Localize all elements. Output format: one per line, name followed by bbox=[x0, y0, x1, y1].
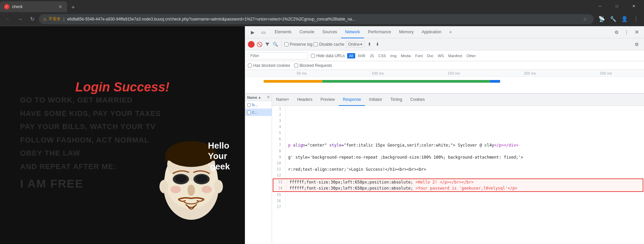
svg-point-5 bbox=[175, 175, 187, 182]
tab-application[interactable]: Application bbox=[418, 26, 445, 38]
code-line-7: 7 p align="center" style="font:italic 15… bbox=[272, 142, 644, 148]
geek-line: 'geek bbox=[208, 161, 230, 172]
resp-tab-name[interactable]: Name× bbox=[272, 94, 293, 106]
svg-point-9 bbox=[202, 186, 212, 193]
network-settings-button[interactable]: ⚙ bbox=[632, 40, 641, 49]
title-bar: ✓ check ✕ + ─ □ ✕ bbox=[0, 0, 644, 12]
preserve-log-checkbox[interactable]: Preserve log bbox=[284, 42, 312, 47]
code-line-17: 17 bbox=[272, 204, 644, 210]
password-code: >Your password is 'geekuser,l0velysql'</… bbox=[416, 186, 517, 191]
close-button[interactable]: ✕ bbox=[626, 0, 641, 12]
record-button[interactable] bbox=[248, 41, 255, 48]
minimize-button[interactable]: ─ bbox=[592, 0, 608, 12]
request-checkbox-b[interactable] bbox=[247, 103, 251, 107]
request-row-c[interactable]: c... bbox=[245, 109, 272, 116]
menu-button[interactable]: ⋮ bbox=[631, 14, 641, 25]
has-blocked-cookies-checkbox[interactable]: Has blocked cookies bbox=[248, 63, 290, 68]
device-toolbar-button[interactable]: ▭ bbox=[259, 28, 268, 37]
throttling-dropdown[interactable]: Online ▾ bbox=[346, 41, 365, 48]
code-line-5: 5 bbox=[272, 130, 644, 136]
code-line-3: 3 bbox=[272, 118, 644, 124]
request-checkbox-c[interactable] bbox=[247, 111, 251, 114]
hide-data-urls-checkbox[interactable]: Hide data URLs bbox=[311, 53, 345, 58]
extensions-button[interactable]: 🔧 bbox=[608, 14, 619, 25]
search-button[interactable]: 🔍 bbox=[272, 41, 279, 48]
tab-console[interactable]: Console bbox=[296, 26, 318, 38]
webpage: GO TO WORK, GET MARRIED HAVE SOME KIDS, … bbox=[0, 26, 245, 244]
dt-settings-right: ⚙ bbox=[632, 40, 641, 49]
tab-more[interactable]: » bbox=[445, 26, 456, 38]
tab-elements[interactable]: Elements bbox=[271, 26, 296, 38]
import-har-button[interactable]: ⬆ bbox=[366, 41, 373, 48]
filter-font[interactable]: Font bbox=[413, 53, 425, 58]
window-controls: ─ □ ✕ bbox=[590, 0, 644, 12]
forward-button[interactable]: → bbox=[15, 14, 25, 25]
svg-point-13 bbox=[214, 180, 223, 193]
filter-media[interactable]: Media bbox=[399, 53, 413, 58]
tab-title: check bbox=[12, 4, 56, 9]
devtools-settings-button[interactable]: ⚙ bbox=[612, 28, 621, 37]
resp-tab-headers[interactable]: Headers bbox=[293, 94, 316, 106]
hello-code: >Hello 2! </p></br></br> bbox=[416, 180, 474, 185]
code-line-8: 8 bbox=[272, 148, 644, 154]
resp-tab-preview[interactable]: Preview bbox=[316, 94, 339, 106]
filter-other[interactable]: Other bbox=[465, 53, 478, 58]
code-line-2: 2 bbox=[272, 112, 644, 118]
cast-button[interactable]: 📡 bbox=[596, 14, 607, 25]
name-column-header: Name ▲ ✕ bbox=[245, 94, 272, 101]
address-field[interactable]: ⚠ 不安全 | e6dfa65b-5548-447e-a930-94ffa915… bbox=[39, 14, 594, 24]
devtools-tabs: Elements Console Sources Network Perform… bbox=[271, 26, 612, 38]
filter-all[interactable]: All bbox=[347, 53, 355, 58]
reload-button[interactable]: ↻ bbox=[27, 14, 38, 25]
resp-tab-cookies[interactable]: Cookies bbox=[406, 94, 429, 106]
back-button[interactable]: ← bbox=[3, 14, 13, 25]
bookmark-button[interactable]: ☆ bbox=[580, 14, 590, 24]
address-bar: ← → ↻ ⚠ 不安全 | e6dfa65b-5548-447e-a930-94… bbox=[0, 12, 644, 26]
filter-doc[interactable]: Doc bbox=[425, 53, 436, 58]
resp-tab-response[interactable]: Response bbox=[339, 94, 365, 106]
filter-svg bbox=[265, 42, 270, 47]
tab-performance[interactable]: Performance bbox=[364, 26, 395, 38]
devtools-more-button[interactable]: ⋮ bbox=[622, 28, 631, 37]
filter-input[interactable] bbox=[248, 52, 308, 59]
main-area: GO TO WORK, GET MARRIED HAVE SOME KIDS, … bbox=[0, 26, 644, 244]
filter-icon[interactable] bbox=[264, 41, 271, 48]
inspect-element-button[interactable]: ▶ bbox=[248, 28, 257, 37]
tab-sources[interactable]: Sources bbox=[318, 26, 341, 38]
filter-img[interactable]: Img bbox=[388, 53, 398, 58]
tab-memory[interactable]: Memory bbox=[395, 26, 418, 38]
url-text: e6dfa65b-5548-447e-a930-94ffa915e7a3.nod… bbox=[67, 17, 578, 22]
export-har-button[interactable]: ⬇ bbox=[374, 41, 381, 48]
tab-network[interactable]: Network bbox=[341, 26, 364, 38]
tab-close-button[interactable]: ✕ bbox=[58, 4, 63, 9]
resp-tab-timing[interactable]: Timing bbox=[386, 94, 406, 106]
svg-point-7 bbox=[187, 185, 195, 196]
response-panel: Name× Headers Preview Response Initiator… bbox=[272, 94, 644, 244]
ruler-50: 50 ms bbox=[264, 71, 340, 75]
devtools-tools: ▶ ▭ bbox=[245, 28, 271, 37]
svg-point-8 bbox=[170, 186, 181, 193]
request-row-b[interactable]: b... bbox=[245, 101, 272, 109]
name-col-close[interactable]: ✕ bbox=[267, 95, 270, 99]
maximize-button[interactable]: □ bbox=[609, 0, 625, 12]
filter-bar: Hide data URLs All XHR JS CSS Img Media … bbox=[245, 50, 644, 61]
devtools-close-button[interactable]: ✕ bbox=[632, 28, 641, 37]
disable-cache-checkbox[interactable]: Disable cache bbox=[314, 42, 344, 47]
login-success-heading: Login Success! bbox=[17, 80, 228, 94]
tab-favicon: ✓ bbox=[4, 4, 9, 9]
blocked-requests-checkbox[interactable]: Blocked Requests bbox=[294, 63, 332, 68]
resp-tab-initiator[interactable]: Initiator bbox=[365, 94, 386, 106]
filter-types: Hide data URLs All XHR JS CSS Img Media … bbox=[311, 53, 478, 58]
clear-button[interactable]: 🚫 bbox=[256, 41, 263, 48]
favicon-text: ✓ bbox=[5, 5, 8, 8]
filter-manifest[interactable]: Manifest bbox=[446, 53, 464, 58]
attr-style: style bbox=[329, 143, 341, 148]
new-tab-button[interactable]: + bbox=[68, 3, 78, 12]
active-tab[interactable]: ✓ check ✕ bbox=[0, 1, 67, 12]
filter-ws[interactable]: WS bbox=[436, 53, 446, 58]
avatar-button[interactable]: 👤 bbox=[619, 14, 630, 25]
ruler-150: 150 ms bbox=[416, 71, 492, 75]
filter-js[interactable]: JS bbox=[368, 53, 376, 58]
filter-css[interactable]: CSS bbox=[376, 53, 388, 58]
filter-xhr[interactable]: XHR bbox=[356, 53, 367, 58]
